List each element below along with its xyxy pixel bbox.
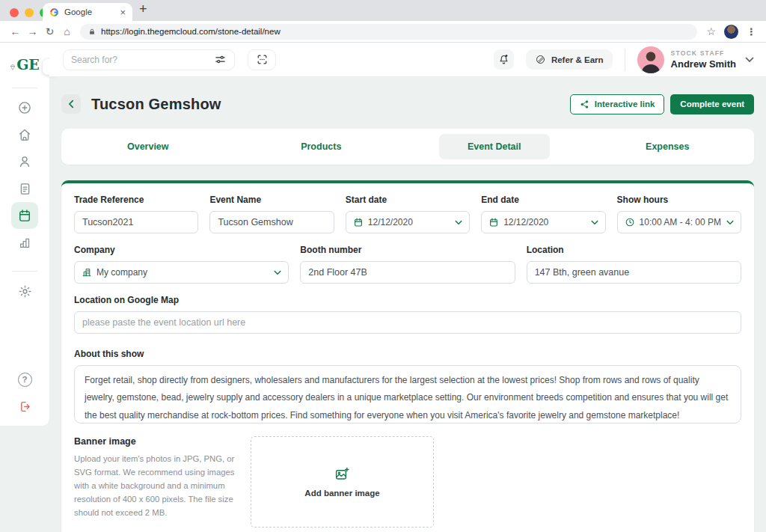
end-date-label: End date (481, 195, 605, 205)
chevron-down-icon (726, 220, 734, 225)
image-plus-icon (334, 466, 350, 482)
banner-section: Banner image Upload your item's photos i… (74, 436, 741, 528)
company-select[interactable]: My company (74, 261, 289, 284)
notifications-button[interactable] (494, 49, 514, 70)
browser-menu-icon[interactable]: ⋮ (744, 26, 759, 37)
app-header: Refer & Earn STOCK STAFF Andrew Smith (49, 43, 766, 77)
chevron-down-icon (455, 220, 462, 225)
chevron-left-icon (67, 99, 76, 109)
booth-number-input[interactable] (300, 261, 515, 284)
calendar-icon (488, 217, 499, 227)
tab-bar: Overview Products Event Detail Expenses (61, 129, 754, 165)
scan-button[interactable] (248, 49, 276, 70)
show-hours-label: Show hours (617, 195, 741, 205)
user-name: Andrew Smith (671, 58, 736, 70)
tab-title: Google (64, 7, 114, 16)
booth-number-label: Booth number (300, 245, 515, 255)
minimize-window-button[interactable] (25, 8, 34, 17)
trade-reference-input[interactable] (74, 211, 198, 233)
browser-tab[interactable]: Google × (43, 3, 132, 21)
tab-overview[interactable]: Overview (61, 129, 235, 165)
banner-hint: Upload your item's photos in JPG, PNG, o… (74, 452, 251, 519)
start-date-picker[interactable]: 12/12/2020 (346, 211, 470, 233)
location-input[interactable] (527, 261, 741, 284)
browser-toolbar: ← → ↻ ⌂ https://login.thegemcloud.com/st… (0, 21, 766, 43)
event-name-input[interactable] (209, 211, 334, 233)
tab-event-detail[interactable]: Event Detail (408, 129, 581, 165)
event-name-label: Event Name (209, 195, 334, 205)
scan-icon (256, 53, 269, 66)
company-label: Company (74, 245, 289, 255)
page-title: Tucson Gemshow (91, 96, 221, 113)
refer-and-earn-button[interactable]: Refer & Earn (526, 49, 613, 70)
browser-tab-strip: Google × + (0, 0, 766, 21)
location-label: Location (527, 245, 741, 255)
close-window-button[interactable] (10, 8, 19, 17)
filter-sliders-icon[interactable] (214, 53, 227, 66)
bookmark-star-icon[interactable]: ☆ (703, 25, 719, 37)
end-date-picker[interactable]: 12/12/2020 (481, 211, 605, 233)
map-url-label: Location on Google Map (74, 295, 741, 305)
new-tab-button[interactable]: + (139, 1, 147, 17)
chevron-down-icon[interactable] (745, 57, 754, 63)
clock-icon (625, 217, 635, 227)
share-icon (580, 100, 589, 109)
banner-label: Banner image (74, 436, 251, 447)
tab-expenses[interactable]: Expenses (581, 129, 755, 165)
bell-icon (497, 53, 510, 66)
chevron-down-icon (274, 270, 281, 275)
header-divider (625, 49, 625, 71)
start-date-label: Start date (346, 195, 470, 205)
back-button[interactable] (61, 94, 81, 114)
about-label: About this show (74, 349, 741, 359)
app-root: GE ? › (0, 43, 766, 532)
logo-text: GE (16, 56, 40, 73)
refer-label: Refer & Earn (551, 55, 604, 64)
referral-icon (535, 54, 546, 65)
event-detail-form: Trade Reference Event Name Start date 12… (61, 180, 754, 532)
lock-icon (88, 28, 96, 36)
show-hours-picker[interactable]: 10:00 AM - 4: 00 PM (617, 211, 741, 233)
gem-icon (10, 64, 16, 70)
search-box (63, 49, 235, 70)
tab-close-icon[interactable]: × (120, 7, 126, 17)
building-icon (82, 267, 92, 278)
chevron-down-icon (591, 220, 598, 225)
user-role: STOCK STAFF (671, 49, 736, 57)
complete-event-button[interactable]: Complete event (670, 94, 754, 114)
google-favicon (49, 7, 59, 17)
tab-products[interactable]: Products (235, 129, 408, 165)
trade-reference-label: Trade Reference (74, 195, 198, 205)
add-banner-label: Add banner image (304, 489, 379, 498)
title-row: Tucson Gemshow Interactive link Complete… (61, 94, 754, 114)
forward-icon[interactable]: → (24, 25, 41, 37)
calendar-icon (353, 217, 364, 227)
user-avatar (637, 46, 664, 73)
about-textarea[interactable]: Forget retail, shop directly from design… (74, 365, 741, 424)
user-menu[interactable]: STOCK STAFF Andrew Smith (637, 46, 754, 73)
url-text: https://login.thegemcloud.com/stone-deta… (101, 27, 281, 36)
main-area: Tucson Gemshow Interactive link Complete… (0, 77, 766, 532)
reload-icon[interactable]: ↻ (41, 25, 58, 37)
home-icon[interactable]: ⌂ (58, 25, 76, 37)
browser-profile-avatar[interactable] (724, 25, 738, 39)
app-logo: GE (10, 56, 40, 73)
back-icon[interactable]: ← (7, 25, 24, 37)
interactive-link-button[interactable]: Interactive link (570, 94, 665, 114)
add-banner-dropzone[interactable]: Add banner image (251, 436, 434, 528)
address-bar[interactable]: https://login.thegemcloud.com/stone-deta… (80, 24, 697, 40)
search-input[interactable] (71, 55, 208, 65)
map-url-input[interactable] (74, 311, 741, 334)
